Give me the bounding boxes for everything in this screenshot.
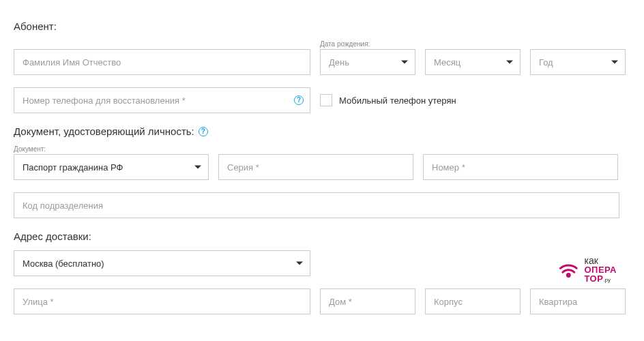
help-icon[interactable]: ? <box>199 127 208 136</box>
year-select[interactable]: Год <box>530 49 626 75</box>
city-value: Москва (бесплатно) <box>23 258 104 269</box>
chevron-down-icon <box>401 61 408 64</box>
house-input[interactable] <box>320 288 415 314</box>
logo-line1: как <box>584 256 617 265</box>
flat-input[interactable] <box>530 288 626 314</box>
section-title-document: Документ, удостоверяющий личность: ? <box>14 125 630 137</box>
logo-text: как ОПЕРА ТОР.ру <box>584 256 617 283</box>
chevron-down-icon <box>296 262 303 265</box>
phone-lost-label: Мобильный телефон утерян <box>339 95 456 106</box>
document-title-text: Документ, удостоверяющий личность: <box>14 125 194 137</box>
document-number-input[interactable] <box>423 154 618 180</box>
month-placeholder: Месяц <box>434 57 460 68</box>
document-type-select[interactable]: Паспорт гражданина РФ <box>14 154 209 180</box>
subscriber-title-text: Абонент: <box>14 20 57 32</box>
year-placeholder: Год <box>539 57 553 68</box>
logo-wifi-icon <box>558 258 581 281</box>
document-label: Документ: <box>14 145 209 153</box>
chevron-down-icon <box>194 166 201 169</box>
section-title-subscriber: Абонент: <box>14 20 630 32</box>
logo-line3b: .ру <box>603 277 611 283</box>
fullname-input[interactable] <box>14 49 310 75</box>
birthdate-label: Дата рождения: <box>320 40 415 48</box>
day-placeholder: День <box>329 57 349 68</box>
phone-lost-checkbox[interactable] <box>320 94 332 106</box>
document-series-input[interactable] <box>218 154 413 180</box>
help-icon[interactable]: ? <box>294 95 304 105</box>
department-code-input[interactable] <box>14 192 619 218</box>
document-type-value: Паспорт гражданина РФ <box>23 162 123 173</box>
city-select[interactable]: Москва (бесплатно) <box>14 250 310 276</box>
logo-line3a: ТОР <box>584 273 603 284</box>
building-input[interactable] <box>425 288 521 314</box>
recovery-phone-input[interactable] <box>14 87 310 113</box>
delivery-title-text: Адрес доставки: <box>14 231 91 242</box>
chevron-down-icon <box>506 61 513 64</box>
chevron-down-icon <box>611 61 618 64</box>
day-select[interactable]: День <box>320 49 415 75</box>
section-title-delivery: Адрес доставки: <box>14 231 630 242</box>
street-input[interactable] <box>14 288 310 314</box>
month-select[interactable]: Месяц <box>425 49 521 75</box>
svg-point-0 <box>566 273 571 278</box>
site-logo: как ОПЕРА ТОР.ру <box>558 256 617 283</box>
